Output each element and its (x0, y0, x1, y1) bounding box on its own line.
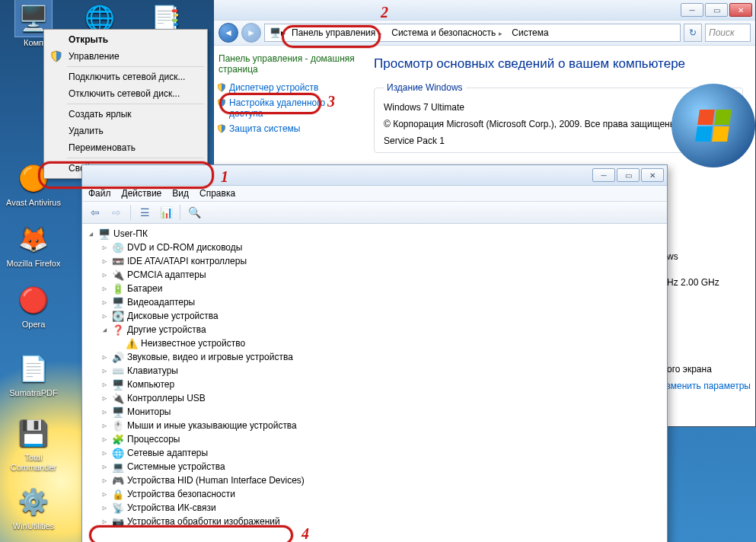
tree-node-19[interactable]: ▷📷Устройства обработки изображений (87, 515, 662, 528)
expand-icon[interactable]: ▷ (100, 518, 109, 526)
expand-icon[interactable]: ▷ (100, 422, 109, 430)
menu-action[interactable]: Действие (122, 188, 162, 199)
device-category-icon: 📡 (112, 502, 124, 514)
expand-icon[interactable]: ▷ (100, 367, 109, 375)
menu-file[interactable]: Файл (88, 188, 111, 199)
ctx-item-0[interactable]: Открыть (46, 31, 206, 48)
ctx-item-3[interactable]: Подключить сетевой диск... (46, 69, 206, 85)
tree-node-8[interactable]: ▷⌨️Клавиатуры (87, 364, 662, 378)
tree-node-0[interactable]: ▷💿DVD и CD-ROM дисководы (87, 241, 662, 254)
refresh-button[interactable]: ↻ (684, 24, 702, 42)
ctx-item-7[interactable]: Удалить (46, 123, 206, 139)
tree-node-17[interactable]: ▷🔒Устройства безопасности (87, 487, 662, 501)
tree-node-label: Дисковые устройства (127, 311, 219, 321)
tree-node-14[interactable]: ▷🌐Сетевые адаптеры (87, 446, 662, 460)
cp-address-bar: ◄ ► 🖥️▸ Панель управления▸ Система и без… (214, 20, 755, 46)
breadcrumb-box[interactable]: 🖥️▸ Панель управления▸ Система и безопас… (264, 24, 681, 42)
cp-link-protection[interactable]: Защита системы (229, 123, 357, 134)
ctx-item-label: Подключить сетевой диск... (69, 72, 185, 82)
tree-node-label: Устройства обработки изображений (127, 516, 280, 527)
collapse-icon[interactable]: ◢ (87, 230, 95, 238)
device-category-icon: 💽 (112, 310, 124, 322)
cp-close-button[interactable]: ✕ (729, 3, 752, 17)
device-category-icon: 📼 (112, 255, 124, 267)
tree-node-16[interactable]: ▷🎮Устройства HID (Human Interface Device… (87, 473, 662, 487)
tree-child-label: Неизвестное устройство (141, 338, 245, 349)
cp-link-remote[interactable]: Настройка удаленного доступа (229, 97, 357, 119)
expand-icon[interactable]: ▷ (100, 449, 109, 458)
ctx-item-8[interactable]: Переименовать (46, 139, 206, 156)
device-category-icon: 🖥️ (112, 378, 124, 391)
expand-icon[interactable]: ▷ (100, 504, 109, 512)
dm-close-button[interactable]: ✕ (641, 168, 664, 182)
expand-icon[interactable]: ▷ (100, 244, 109, 252)
tree-node-11[interactable]: ▷🖥️Мониторы (87, 405, 662, 419)
expand-icon[interactable]: ▷ (100, 394, 109, 403)
cp-link-device-manager[interactable]: Диспетчер устройств (229, 82, 357, 93)
crumb-0[interactable]: Панель управления▸ (289, 26, 385, 40)
tree-node-15[interactable]: ▷💻Системные устройства (87, 460, 662, 473)
expand-icon[interactable]: ▷ (100, 353, 109, 362)
tool-properties[interactable]: 📊 (156, 203, 176, 222)
desktop-icon-7[interactable]: 💾Total Commander (6, 415, 61, 473)
expand-icon[interactable]: ▷ (100, 477, 109, 485)
menu-view[interactable]: Вид (172, 188, 189, 199)
dm-minimize-button[interactable]: ─ (592, 168, 615, 182)
tree-node-12[interactable]: ▷🖱️Мыши и иные указывающие устройства (87, 419, 662, 432)
tool-forward[interactable]: ⇨ (107, 203, 126, 222)
dm-tree: ◢🖥️User-ПК▷💿DVD и CD-ROM дисководы▷📼IDE … (82, 224, 667, 542)
desktop-icon-5[interactable]: 🔴Opera (6, 282, 61, 330)
tree-child-6-0[interactable]: ⚠️Неизвестное устройство (87, 336, 662, 350)
expand-icon[interactable]: ▷ (100, 257, 109, 266)
cp-minimize-button[interactable]: ─ (681, 3, 703, 17)
tree-node-18[interactable]: ▷📡Устройства ИК-связи (87, 501, 662, 515)
tree-node-9[interactable]: ▷🖥️Компьютер (87, 378, 662, 391)
expand-icon[interactable]: ▷ (100, 463, 109, 471)
expand-icon[interactable]: ▷ (100, 381, 109, 389)
tool-back[interactable]: ⇦ (85, 203, 105, 222)
shield-icon (217, 98, 226, 107)
edition-legend: Издание Windows (384, 82, 466, 93)
desktop-icon-glyph: 💾 (15, 415, 52, 451)
expand-icon[interactable]: ▷ (100, 271, 109, 279)
expand-icon[interactable]: ▷ (100, 298, 109, 307)
nav-forward-button[interactable]: ► (241, 23, 261, 43)
expand-icon[interactable]: ▷ (100, 285, 109, 293)
tree-node-4[interactable]: ▷🖥️Видеоадаптеры (87, 295, 662, 309)
desktop-icon-glyph: 🔴 (15, 282, 52, 318)
ctx-item-6[interactable]: Создать ярлык (46, 106, 206, 123)
dm-maximize-button[interactable]: ▭ (617, 168, 640, 182)
tree-node-10[interactable]: ▷🔌Контроллеры USB (87, 391, 662, 405)
crumb-1[interactable]: Система и безопасность▸ (388, 26, 506, 40)
tree-root[interactable]: ◢🖥️User-ПК (87, 227, 662, 241)
expand-icon[interactable]: ▷ (100, 312, 109, 320)
menu-help[interactable]: Справка (199, 188, 235, 199)
tree-node-2[interactable]: ▷🔌PCMCIA адаптеры (87, 268, 662, 282)
tree-node-1[interactable]: ▷📼IDE ATA/ATAPI контроллеры (87, 254, 662, 268)
context-menu: ОткрытьУправлениеПодключить сетевой диск… (43, 29, 208, 179)
expand-icon[interactable]: ▷ (100, 435, 109, 444)
cp-maximize-button[interactable]: ▭ (705, 3, 728, 17)
tree-node-7[interactable]: ▷🔊Звуковые, видео и игровые устройства (87, 350, 662, 364)
tree-node-label: Звуковые, видео и игровые устройства (127, 352, 293, 362)
desktop-icon-8[interactable]: ⚙️WinUtilities (6, 483, 61, 531)
nav-back-button[interactable]: ◄ (219, 23, 238, 43)
desktop-icon-4[interactable]: 🦊Mozilla Firefox (6, 221, 61, 269)
tree-node-6[interactable]: ◢❓Другие устройства (87, 323, 662, 336)
ctx-item-1[interactable]: Управление (46, 48, 206, 65)
crumb-2[interactable]: Система (509, 26, 551, 40)
device-category-icon: 💻 (112, 461, 124, 473)
search-input[interactable]: Поиск (705, 24, 751, 42)
cp-info-fragments: ws Hz 2.00 GHz ого экрана (667, 251, 751, 375)
expand-icon[interactable]: ◢ (100, 326, 109, 334)
desktop-icon-6[interactable]: 📄SumatraPDF (6, 350, 61, 398)
tool-show-hidden[interactable]: ☰ (135, 203, 155, 222)
cp-side-header[interactable]: Панель управления - домашняя страница (219, 53, 357, 75)
tree-node-3[interactable]: ▷🔋Батареи (87, 282, 662, 295)
expand-icon[interactable]: ▷ (100, 490, 109, 499)
tool-scan[interactable]: 🔍 (184, 203, 204, 222)
ctx-item-4[interactable]: Отключить сетевой диск... (46, 85, 206, 102)
tree-node-5[interactable]: ▷💽Дисковые устройства (87, 309, 662, 323)
expand-icon[interactable]: ▷ (100, 408, 109, 416)
tree-node-13[interactable]: ▷🧩Процессоры (87, 432, 662, 446)
